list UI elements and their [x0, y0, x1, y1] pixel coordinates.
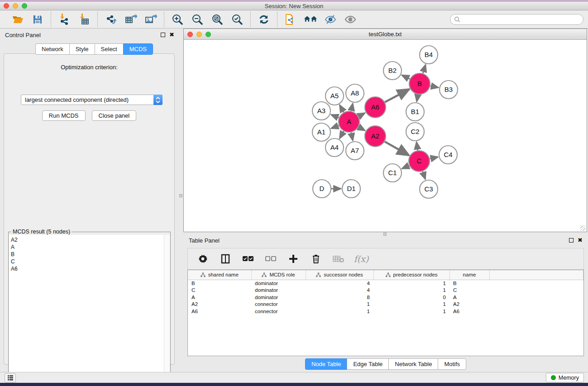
mcds-result-item[interactable]: C [11, 258, 164, 265]
cell-successor_nodes[interactable]: 4 [306, 287, 373, 294]
node-B4[interactable]: B4 [420, 46, 438, 64]
cell-mcds_role[interactable]: connector [251, 301, 306, 308]
cell-predecessor_nodes[interactable]: 1 [373, 280, 449, 287]
close-panel-icon[interactable]: ✖ [169, 33, 174, 37]
cell-successor_nodes[interactable]: 1 [306, 308, 373, 315]
node-C3[interactable]: C3 [420, 180, 438, 198]
node-A6[interactable]: A6 [365, 97, 386, 118]
cell-name[interactable]: C [449, 287, 489, 294]
cell-shared_name[interactable]: A2 [188, 301, 251, 308]
split-divider-handle[interactable] [179, 194, 182, 197]
tab-style[interactable]: Style [69, 43, 95, 55]
float-table-panel-icon[interactable] [569, 238, 574, 243]
table-row[interactable]: Adominator80A [188, 294, 583, 301]
close-window-icon[interactable] [4, 3, 9, 9]
delete-table-icon[interactable] [333, 253, 344, 265]
edge-A-A4[interactable] [339, 131, 344, 138]
tab-motifs[interactable]: Motifs [438, 358, 466, 370]
tab-network[interactable]: Network [35, 43, 69, 55]
node-A4[interactable]: A4 [325, 138, 344, 157]
cell-mcds_role[interactable]: connector [251, 308, 306, 315]
import-table-icon[interactable] [77, 13, 91, 26]
edge-A-A5[interactable] [339, 105, 344, 112]
export-table-icon[interactable] [124, 13, 138, 26]
node-A2[interactable]: A2 [365, 126, 386, 147]
tab-select[interactable]: Select [95, 43, 123, 55]
edge-B-B3[interactable] [430, 86, 439, 88]
run-mcds-button[interactable]: Run MCDS [42, 110, 86, 121]
column-header-shared-name[interactable]: shared name [188, 270, 251, 280]
node-B3[interactable]: B3 [440, 81, 458, 99]
edge-C-C3[interactable] [423, 172, 425, 179]
open-file-icon[interactable] [11, 13, 24, 26]
task-history-button[interactable] [5, 373, 16, 382]
edge-A-A7[interactable] [351, 133, 353, 141]
cell-successor_nodes[interactable]: 1 [306, 301, 373, 308]
result-scrollbar[interactable] [164, 235, 170, 382]
cell-name[interactable]: A6 [449, 308, 489, 315]
resize-grip-icon[interactable] [580, 225, 586, 231]
column-header-predecessor-nodes[interactable]: predecessor nodes [373, 270, 449, 280]
zoom-selected-icon[interactable] [230, 13, 244, 26]
memory-button[interactable]: Memory [546, 373, 584, 382]
float-panel-icon[interactable] [161, 33, 165, 37]
node-B2[interactable]: B2 [383, 62, 402, 80]
node-A3[interactable]: A3 [312, 102, 330, 120]
node-C1[interactable]: C1 [383, 164, 402, 182]
node-B[interactable]: B [409, 73, 430, 94]
show-columns-icon[interactable] [220, 253, 231, 265]
node-D[interactable]: D [313, 180, 331, 198]
cell-shared_name[interactable]: A6 [188, 308, 251, 315]
cell-shared_name[interactable]: C [188, 287, 251, 294]
node-A5[interactable]: A5 [325, 87, 344, 105]
mcds-result-item[interactable]: A6 [11, 265, 164, 272]
node-A8[interactable]: A8 [346, 84, 364, 102]
new-network-icon[interactable] [284, 13, 297, 26]
refresh-layout-icon[interactable] [257, 13, 271, 26]
cell-name[interactable]: B [449, 280, 489, 287]
node-D1[interactable]: D1 [342, 180, 360, 198]
network-window-titlebar[interactable]: testGlobe.txt [184, 29, 587, 40]
zoom-in-icon[interactable] [171, 13, 184, 26]
export-image-icon[interactable] [144, 13, 158, 26]
node-B1[interactable]: B1 [406, 103, 424, 121]
edge-C-C2[interactable] [416, 142, 418, 150]
edge-B-B1[interactable] [417, 95, 418, 102]
cell-name[interactable]: A [449, 294, 489, 301]
mcds-result-item[interactable]: A2 [11, 236, 164, 243]
zoom-out-icon[interactable] [191, 13, 204, 26]
node-C4[interactable]: C4 [439, 146, 457, 164]
mcds-result-list[interactable]: A2ABCA6 [9, 235, 164, 382]
column-header-name[interactable]: name [449, 270, 489, 280]
cell-successor_nodes[interactable]: 4 [306, 280, 373, 287]
mcds-result-item[interactable]: A [11, 243, 164, 251]
maximize-window-icon[interactable] [22, 3, 27, 9]
close-table-panel-icon[interactable]: ✖ [578, 238, 583, 243]
export-network-icon[interactable] [104, 13, 118, 26]
edge-C-C4[interactable] [430, 157, 438, 159]
column-header-MCDS-role[interactable]: MCDS role [251, 270, 306, 280]
cell-predecessor_nodes[interactable]: 1 [373, 287, 449, 294]
cell-name[interactable]: A2 [449, 301, 489, 308]
delete-column-icon[interactable] [310, 253, 322, 265]
show-all-icon[interactable] [344, 13, 357, 26]
table-settings-icon[interactable] [197, 253, 209, 265]
column-header-successor-nodes[interactable]: successor nodes [306, 270, 373, 280]
table-row[interactable]: Bdominator41B [188, 280, 583, 287]
table-row[interactable]: A2connector11A2 [188, 301, 583, 308]
maximize-network-icon[interactable] [206, 32, 211, 37]
node-C2[interactable]: C2 [406, 123, 424, 141]
cell-mcds_role[interactable]: dominator [251, 280, 306, 287]
tab-network-table[interactable]: Network Table [388, 358, 438, 370]
home-layout-icon[interactable] [304, 13, 317, 26]
criterion-dropdown[interactable]: largest connected component (directed) [21, 95, 163, 105]
hide-selected-icon[interactable] [324, 13, 337, 26]
edge-A-A3[interactable] [331, 114, 339, 118]
cell-shared_name[interactable]: B [188, 280, 251, 287]
edge-A-A2[interactable] [359, 127, 365, 131]
function-builder-icon[interactable]: f(x) [355, 253, 367, 265]
close-panel-button[interactable]: Close panel [92, 110, 137, 121]
network-canvas[interactable]: B4B2BB3A5A8A6A3B1AC2A1A2A4A7C4CC1C3DD1 [184, 40, 587, 232]
node-C[interactable]: C [409, 151, 430, 172]
tab-edge-table[interactable]: Edge Table [347, 358, 388, 370]
